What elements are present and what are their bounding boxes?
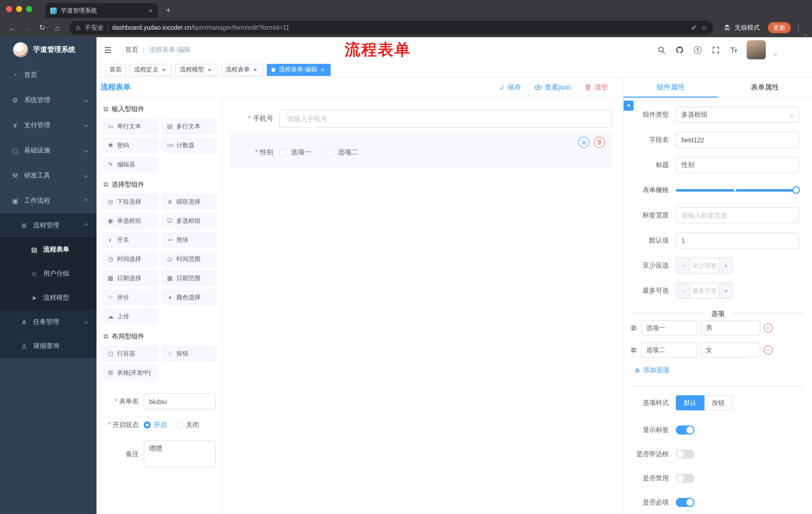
option-value-input[interactable] — [701, 320, 760, 335]
address-bar[interactable]: ⚠ 不安全 dashboard.yudao.iocoder.cn/bpm/man… — [69, 21, 713, 35]
sidebar-item-workflow[interactable]: ▣ 工作流程 — [0, 188, 96, 213]
field-name-input[interactable] — [676, 132, 799, 148]
clear-button[interactable]: 清空 — [584, 83, 608, 92]
radio-closed[interactable]: 关闭 — [176, 421, 199, 430]
component-time-picker[interactable]: ◷时间选择 — [103, 251, 158, 267]
hamburger-icon[interactable] — [104, 46, 112, 54]
sidebar-item-task-management[interactable]: ⋔ 任务管理 — [0, 310, 96, 334]
add-option-button[interactable]: ⊕ 添加选项 — [635, 366, 812, 375]
user-avatar[interactable] — [747, 40, 766, 59]
component-counter[interactable]: 123计数器 — [162, 138, 217, 153]
tag-process-model[interactable]: 流程模型 × — [175, 64, 218, 76]
radio-open[interactable]: 开启 — [144, 421, 167, 430]
component-radio-group[interactable]: ◉单选框组 — [103, 213, 158, 228]
drag-handle-icon[interactable] — [630, 346, 638, 354]
browser-update-button[interactable]: 更新 — [768, 22, 791, 33]
security-label[interactable]: 不安全 — [85, 23, 104, 32]
canvas-field-phone[interactable]: 手机号 — [229, 110, 612, 128]
component-date-picker[interactable]: ▦日期选择 — [103, 271, 158, 286]
drag-handle-icon[interactable] — [630, 324, 638, 332]
sidebar-item-leave-query[interactable]: ♙ 请假查询 — [0, 334, 96, 358]
component-editor[interactable]: ✎编辑器 — [103, 157, 158, 172]
sidebar-item-process-management[interactable]: ≣ 流程管理 — [0, 213, 96, 237]
grid-slider[interactable] — [676, 182, 799, 198]
component-checkbox-group[interactable]: ☑多选框组 — [162, 213, 217, 228]
style-default-button[interactable]: 默认 — [676, 395, 704, 410]
label-width-input[interactable] — [676, 207, 799, 223]
stepper-placeholder[interactable]: 最多可选 — [690, 283, 719, 298]
required-toggle[interactable] — [676, 498, 694, 507]
component-select[interactable]: ◎下拉选择 — [103, 194, 158, 209]
tag-home[interactable]: 首页 — [105, 64, 126, 76]
delete-widget-button[interactable] — [594, 137, 605, 148]
component-switch[interactable]: ◐开关 — [103, 232, 158, 247]
fullscreen-icon[interactable] — [710, 45, 721, 55]
component-slider[interactable]: ⊸滑块 — [162, 232, 217, 247]
tab-form-props[interactable]: 表单属性 — [718, 77, 812, 97]
increment-button[interactable]: + — [719, 283, 733, 298]
view-json-button[interactable]: 查看json — [534, 83, 571, 92]
tab-close-icon[interactable]: × — [149, 7, 153, 14]
browser-menu-button[interactable]: ⋮ — [794, 24, 803, 32]
reload-button[interactable]: ↻ — [35, 21, 49, 35]
form-name-input[interactable] — [144, 393, 215, 409]
component-button[interactable]: ☝按钮 — [162, 346, 217, 361]
default-value-input[interactable] — [676, 232, 799, 248]
border-toggle[interactable] — [676, 450, 694, 459]
style-button-button[interactable]: 按钮 — [704, 395, 733, 410]
component-cascader[interactable]: ⋔级联选择 — [162, 194, 217, 209]
link-icon[interactable]: ⚭ — [624, 101, 634, 111]
remove-option-button[interactable]: − — [764, 346, 773, 355]
sidebar-item-process-model[interactable]: ➤ 流程模型 — [0, 286, 96, 310]
help-icon[interactable]: ? — [692, 45, 702, 55]
component-textarea[interactable]: ▤多行文本 — [162, 119, 217, 134]
decrement-button[interactable]: − — [676, 283, 690, 298]
minimize-window-button[interactable] — [16, 6, 22, 12]
show-label-toggle[interactable] — [676, 426, 694, 435]
sidebar-item-user-group[interactable]: ☺ 用户分组 — [0, 262, 96, 286]
github-icon[interactable] — [674, 45, 685, 55]
sidebar-item-infrastructure[interactable]: ▢ 基础设施 — [0, 138, 96, 163]
search-icon[interactable] — [656, 45, 666, 55]
stepper-placeholder[interactable]: 至少应选 — [690, 258, 719, 273]
sidebar-item-system[interactable]: ⚙ 系统管理 — [0, 87, 96, 113]
sidebar-item-devtools[interactable]: ⚒ 研发工具 — [0, 163, 96, 188]
title-input[interactable] — [676, 157, 799, 173]
component-single-line-text[interactable]: ▭单行文本 — [103, 119, 158, 134]
back-button[interactable]: ← — [5, 21, 19, 35]
tag-process-form-edit[interactable]: 流程表单-编辑 × — [267, 64, 330, 76]
selected-widget-gender[interactable]: ⧉ 性别 选项一 选项二 — [229, 133, 612, 168]
close-icon[interactable]: × — [319, 66, 326, 73]
sidebar-item-process-form[interactable]: ▤ 流程表单 — [0, 237, 96, 262]
font-size-icon[interactable] — [729, 45, 738, 55]
component-row-container[interactable]: ◫行容器 — [103, 346, 158, 361]
remove-option-button[interactable]: − — [764, 323, 773, 332]
app-logo[interactable]: 芋道管理系统 — [0, 37, 96, 62]
option-label-input[interactable] — [641, 320, 697, 335]
checkbox[interactable] — [279, 149, 286, 156]
close-icon[interactable]: × — [252, 66, 259, 73]
increment-button[interactable]: + — [719, 258, 733, 273]
form-remark-textarea[interactable]: 嘿嘿 — [144, 440, 215, 468]
sidebar-item-payment[interactable]: ¥ 支付管理 — [0, 113, 96, 138]
component-type-select[interactable]: 多选框组 — [676, 107, 799, 123]
copy-widget-button[interactable]: ⧉ — [578, 137, 589, 148]
phone-input[interactable] — [279, 110, 612, 128]
zoom-window-button[interactable] — [26, 6, 32, 12]
option-label-input[interactable] — [641, 343, 697, 358]
close-icon[interactable]: × — [206, 66, 213, 73]
url-text[interactable]: dashboard.yudao.iocoder.cn/bpm/manager/f… — [112, 24, 687, 31]
tag-process-definition[interactable]: 流程定义 × — [129, 64, 172, 76]
component-upload[interactable]: ☁上传 — [103, 309, 158, 324]
save-button[interactable]: ✓ 保存 — [499, 83, 521, 92]
component-color-picker[interactable]: ◕颜色选择 — [162, 290, 217, 305]
checkbox-option-1[interactable]: 选项一 — [279, 148, 311, 157]
forward-button[interactable]: → — [20, 21, 34, 35]
bookmark-star-icon[interactable]: ☆ — [701, 24, 707, 31]
new-tab-button[interactable]: + — [166, 6, 171, 15]
decrement-button[interactable]: − — [676, 258, 690, 273]
password-key-icon[interactable] — [691, 25, 697, 31]
slider-track[interactable] — [676, 189, 799, 191]
form-canvas[interactable]: 手机号 ⧉ 性别 — [223, 98, 623, 514]
tag-process-form[interactable]: 流程表单 × — [221, 64, 263, 76]
